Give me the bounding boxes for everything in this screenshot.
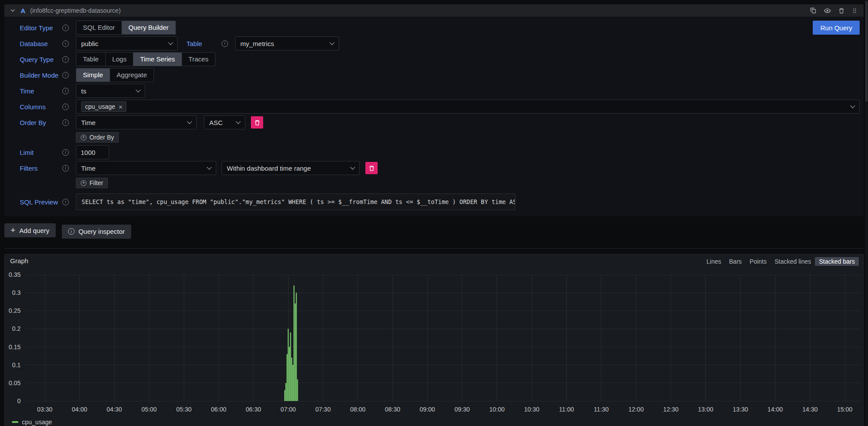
filter-condition-value: Within dashboard time range bbox=[227, 165, 311, 172]
query-inspector-button[interactable]: Query inspector bbox=[62, 225, 131, 239]
chevron-down-icon bbox=[236, 119, 240, 124]
info-icon[interactable] bbox=[221, 40, 228, 47]
svg-text:10:30: 10:30 bbox=[524, 406, 539, 413]
columns-multiselect[interactable]: cpu_usage bbox=[76, 100, 860, 114]
table-label-cell: Table bbox=[186, 40, 235, 47]
editor-type-row: Editor Type SQL Editor Query Builder Run… bbox=[20, 21, 860, 35]
order-by-label: Order By bbox=[20, 119, 46, 126]
time-row: Time ts bbox=[20, 84, 860, 98]
draw-mode-points[interactable]: Points bbox=[746, 257, 771, 266]
table-select[interactable]: my_metrics bbox=[235, 36, 339, 50]
add-order-by-button[interactable]: Order By bbox=[76, 132, 119, 143]
database-table-row: Database public Table my_metrics bbox=[20, 36, 860, 50]
time-column-select-value: ts bbox=[81, 87, 86, 95]
info-icon[interactable] bbox=[62, 199, 69, 205]
query-row-header[interactable]: A (info8fcc-greptimedb-datasource) bbox=[4, 4, 864, 17]
query-type-option-traces[interactable]: Traces bbox=[182, 53, 215, 66]
svg-text:0.3: 0.3 bbox=[12, 289, 21, 296]
svg-text:06:00: 06:00 bbox=[211, 406, 226, 413]
limit-input[interactable] bbox=[76, 145, 109, 159]
draw-mode-stacked-bars[interactable]: Stacked bars bbox=[815, 257, 859, 266]
column-tag: cpu_usage bbox=[81, 101, 126, 112]
builder-mode-option-simple[interactable]: Simple bbox=[76, 68, 110, 82]
drag-handle-icon[interactable] bbox=[852, 8, 857, 14]
chevron-down-icon bbox=[850, 103, 855, 108]
editor-type-option-query-builder[interactable]: Query Builder bbox=[121, 21, 175, 34]
svg-text:13:30: 13:30 bbox=[733, 406, 748, 413]
info-icon[interactable] bbox=[62, 25, 69, 31]
builder-mode-label-cell: Builder Mode bbox=[20, 72, 76, 79]
svg-text:06:30: 06:30 bbox=[246, 406, 261, 413]
info-icon[interactable] bbox=[62, 149, 69, 156]
svg-text:09:30: 09:30 bbox=[454, 406, 470, 413]
query-type-label-cell: Query Type bbox=[20, 56, 76, 63]
database-select[interactable]: public bbox=[76, 36, 178, 50]
svg-text:04:30: 04:30 bbox=[107, 406, 122, 413]
graph-panel: Graph Lines Bars Points Stacked lines St… bbox=[4, 254, 864, 426]
svg-text:08:30: 08:30 bbox=[385, 406, 400, 413]
graph-canvas[interactable]: 00.050.10.150.20.250.30.3503:3004:0004:3… bbox=[5, 268, 864, 417]
info-icon[interactable] bbox=[62, 40, 69, 47]
draw-mode-stacked-lines[interactable]: Stacked lines bbox=[771, 257, 815, 266]
sql-preview-label-cell: SQL Preview bbox=[20, 198, 76, 206]
query-type-option-table[interactable]: Table bbox=[76, 53, 105, 66]
builder-mode-option-aggregate[interactable]: Aggregate bbox=[110, 68, 154, 82]
query-ref-id[interactable]: A bbox=[21, 7, 25, 14]
info-icon[interactable] bbox=[62, 119, 69, 126]
filters-label-cell: Filters bbox=[20, 165, 76, 172]
info-icon[interactable] bbox=[62, 56, 69, 63]
svg-text:14:00: 14:00 bbox=[768, 406, 783, 413]
hide-response-eye-icon[interactable] bbox=[824, 7, 831, 14]
editor-type-label-cell: Editor Type bbox=[20, 24, 76, 32]
query-inspector-label: Query inspector bbox=[79, 228, 125, 235]
svg-text:15:00: 15:00 bbox=[837, 406, 852, 413]
chevron-down-icon bbox=[350, 165, 355, 169]
remove-filter-button[interactable] bbox=[365, 162, 378, 174]
svg-text:0: 0 bbox=[17, 397, 21, 405]
draw-mode-lines[interactable]: Lines bbox=[703, 257, 725, 266]
filters-row: Filters Time Within dashboard time range bbox=[20, 161, 860, 175]
legend-item-cpu-usage[interactable]: cpu_usage bbox=[12, 419, 52, 426]
query-type-option-time-series[interactable]: Time Series bbox=[133, 53, 181, 66]
time-column-select[interactable]: ts bbox=[76, 84, 145, 98]
svg-text:05:00: 05:00 bbox=[141, 406, 157, 413]
duplicate-query-icon[interactable] bbox=[810, 7, 817, 14]
add-query-label: Add query bbox=[19, 227, 49, 234]
info-icon[interactable] bbox=[62, 104, 69, 110]
database-label: Database bbox=[20, 40, 48, 47]
remove-order-by-button[interactable] bbox=[251, 116, 263, 129]
panel-title[interactable]: Graph bbox=[10, 257, 29, 265]
page-scrollbar[interactable] bbox=[865, 0, 868, 426]
remove-query-trash-icon[interactable] bbox=[838, 7, 845, 14]
legend-label: cpu_usage bbox=[22, 419, 52, 426]
limit-label: Limit bbox=[20, 149, 34, 156]
limit-label-cell: Limit bbox=[20, 149, 76, 156]
query-type-label: Query Type bbox=[20, 56, 54, 63]
info-icon[interactable] bbox=[62, 165, 69, 172]
filter-condition-select[interactable]: Within dashboard time range bbox=[221, 161, 360, 175]
columns-label: Columns bbox=[20, 103, 46, 111]
editor-type-option-sql-editor[interactable]: SQL Editor bbox=[76, 21, 121, 34]
query-type-row: Query Type Table Logs Time Series Traces bbox=[20, 52, 860, 66]
limit-row: Limit bbox=[20, 145, 860, 159]
draw-mode-bars[interactable]: Bars bbox=[725, 257, 746, 266]
svg-text:03:30: 03:30 bbox=[37, 406, 52, 413]
sql-preview-row: SQL Preview SELECT ts as "time", cpu_usa… bbox=[20, 193, 860, 210]
add-query-button[interactable]: Add query bbox=[4, 223, 56, 237]
collapse-chevron-icon[interactable] bbox=[10, 7, 16, 14]
query-type-option-logs[interactable]: Logs bbox=[105, 53, 133, 66]
info-icon[interactable] bbox=[62, 88, 69, 94]
builder-mode-toggle: Simple Aggregate bbox=[76, 68, 154, 82]
run-query-button[interactable]: Run Query bbox=[813, 21, 860, 35]
remove-column-tag-icon[interactable] bbox=[119, 104, 123, 110]
info-icon[interactable] bbox=[62, 72, 69, 79]
filter-column-select[interactable]: Time bbox=[76, 161, 216, 175]
svg-text:0.1: 0.1 bbox=[12, 361, 21, 368]
svg-text:12:00: 12:00 bbox=[629, 406, 644, 413]
chevron-down-icon bbox=[207, 165, 211, 169]
order-by-column-select[interactable]: Time bbox=[76, 115, 196, 129]
order-by-direction-select[interactable]: ASC bbox=[204, 115, 245, 129]
time-label-cell: Time bbox=[20, 87, 76, 95]
scrollbar-thumb[interactable] bbox=[865, 1, 868, 102]
add-filter-button[interactable]: Filter bbox=[76, 178, 108, 188]
